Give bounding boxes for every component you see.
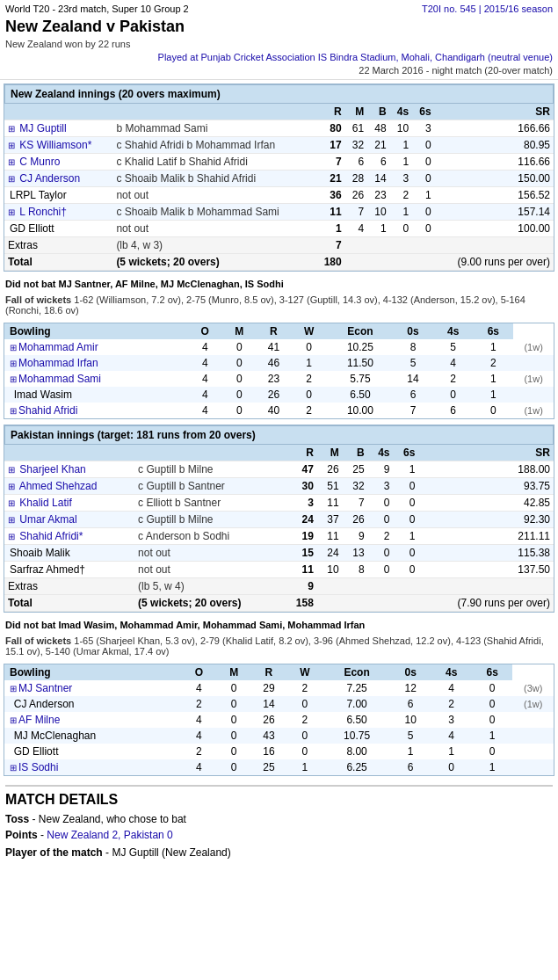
pak-bowling-col-econ: Econ: [323, 664, 390, 680]
tournament-label: World T20 - 23rd match, Super 10 Group 2: [5, 4, 189, 14]
minutes: 11: [317, 528, 343, 545]
bowl-4s: 2: [433, 371, 474, 387]
bowl-6s: 1: [474, 339, 514, 355]
match-header: World T20 - 23rd match, Super 10 Group 2…: [0, 0, 558, 80]
batsman-name[interactable]: CJ Anderson: [19, 172, 80, 185]
extras-detail: (lb 4, w 3): [112, 237, 315, 254]
points-value: New Zealand 2, Pakistan 0: [47, 829, 172, 841]
extras-val: 7: [315, 237, 344, 254]
batsman-name[interactable]: Sharjeel Khan: [19, 463, 85, 475]
balls: 48: [367, 120, 389, 137]
sixes: 0: [394, 562, 419, 578]
bowl-r: 29: [251, 680, 286, 696]
bowl-m: 0: [216, 759, 251, 775]
runs: 11: [284, 562, 317, 578]
pak-batting-table: R M B 4s 6s SR ⊞ Sharjeel Khan c Guptill…: [4, 445, 554, 612]
bowler-name[interactable]: ⊞Mohammad Amir: [4, 339, 188, 355]
bowl-0s: 6: [390, 759, 431, 775]
bowl-0s: 6: [393, 387, 433, 403]
balls: 26: [343, 512, 368, 528]
nz-dnb: Did not bat MJ Santner, AF Milne, MJ McC…: [0, 275, 558, 293]
sixes: 0: [412, 154, 434, 171]
bowl-w: 2: [291, 371, 328, 387]
bowl-w: 1: [286, 759, 323, 775]
balls: 21: [367, 137, 389, 154]
batsman-name[interactable]: L Ronchi†: [19, 206, 67, 218]
points-line: Points - New Zealand 2, Pakistan 0: [5, 829, 553, 841]
batsman-name[interactable]: Khalid Latif: [19, 497, 71, 509]
dismissal: c Khalid Latif b Shahid Afridi: [112, 154, 315, 171]
pak-dnb-players: Imad Wasim, Mohammad Amir, Mohammad Sami…: [59, 620, 366, 630]
minutes: 4: [345, 221, 367, 237]
bowl-extra: (1w): [513, 339, 554, 355]
balls: 14: [367, 171, 389, 187]
balls: 13: [343, 545, 368, 562]
pak-bowling-col-m: M: [216, 664, 251, 680]
sr: 93.75: [418, 478, 554, 495]
batsman-name[interactable]: Ahmed Shehzad: [19, 480, 98, 492]
venue-info: Played at Punjab Cricket Association IS …: [0, 50, 558, 64]
bowl-o: 2: [182, 696, 216, 712]
sr: 156.52: [435, 187, 554, 204]
pak-fow: Fall of wickets 1-65 (Sharjeel Khan, 5.3…: [0, 634, 558, 660]
potm-line: Player of the match - MJ Guptill (New Ze…: [5, 846, 553, 859]
header-top: World T20 - 23rd match, Super 10 Group 2…: [0, 0, 558, 16]
dismissal: not out: [112, 187, 315, 204]
nz-fow: Fall of wickets 1-62 (Williamson, 7.2 ov…: [0, 293, 558, 319]
bowling-col-0s: 0s: [393, 323, 433, 339]
fours: 1: [390, 154, 412, 171]
bowler-name[interactable]: ⊞MJ Santner: [4, 680, 182, 696]
dismissal: c Guptill b Milne: [134, 461, 284, 478]
runs: 15: [284, 545, 317, 562]
balls: 6: [367, 154, 389, 171]
batsman-name[interactable]: Shahid Afridi*: [19, 530, 83, 542]
pak-bowling-col-r: R: [251, 664, 286, 680]
vs-separator: v: [102, 18, 120, 35]
sr: 157.14: [435, 204, 554, 221]
fours: 2: [368, 528, 394, 545]
batsman-name[interactable]: KS Williamson*: [19, 139, 91, 151]
bowler-name[interactable]: ⊞Mohammad Irfan: [4, 355, 188, 371]
bowl-w: 0: [291, 339, 328, 355]
bowl-r: 23: [257, 371, 290, 387]
nz-dnb-label: Did not bat: [5, 279, 55, 289]
bowler-name[interactable]: ⊞AF Milne: [4, 712, 182, 728]
nz-innings-header: New Zealand innings (20 overs maximum): [4, 84, 554, 104]
bowl-econ: 6.50: [328, 387, 393, 403]
pak-innings-header: Pakistan innings (target: 181 runs from …: [4, 425, 554, 445]
total-label: Total: [4, 254, 112, 271]
bowl-w: 2: [286, 712, 323, 728]
dismissal: not out: [112, 221, 315, 237]
bowl-0s: 12: [390, 680, 431, 696]
pak-fow-label: Fall of wickets: [5, 635, 71, 646]
bowler-name[interactable]: ⊞IS Sodhi: [4, 759, 182, 775]
bowl-4s: 2: [431, 696, 471, 712]
bowler-name[interactable]: ⊞Shahid Afridi: [4, 403, 188, 418]
fours: 1: [390, 204, 412, 221]
bowl-w: 0: [291, 387, 328, 403]
bowl-4s: 6: [433, 403, 474, 418]
runs: 21: [315, 171, 344, 187]
toss-separator: -: [32, 813, 38, 825]
bowl-w: 2: [291, 403, 328, 418]
bowl-econ: 7.25: [323, 680, 390, 696]
bowl-6s: 1: [472, 728, 512, 744]
nz-batting-table: R M B 4s 6s SR ⊞ MJ Guptill b Mohammad S…: [4, 104, 554, 271]
bowl-o: 4: [188, 355, 221, 371]
total-val: 180: [315, 254, 344, 271]
batsman-name[interactable]: C Munro: [19, 156, 60, 168]
bowl-6s: 0: [472, 680, 512, 696]
bowl-r: 43: [251, 728, 286, 744]
extras-val: 9: [284, 578, 317, 595]
batsman-name[interactable]: MJ Guptill: [19, 122, 66, 134]
runs: 80: [315, 120, 344, 137]
bowler-name[interactable]: ⊞Mohammad Sami: [4, 371, 188, 387]
sr: 115.38: [418, 545, 554, 562]
match-title: New Zealand v Pakistan: [5, 18, 553, 36]
bowl-m: 0: [216, 744, 251, 759]
minutes: 11: [317, 495, 343, 512]
sr: 211.11: [418, 528, 554, 545]
batsman-name[interactable]: Umar Akmal: [19, 513, 76, 526]
pak-bowling-col-4s: 4s: [431, 664, 471, 680]
minutes: 26: [345, 187, 367, 204]
